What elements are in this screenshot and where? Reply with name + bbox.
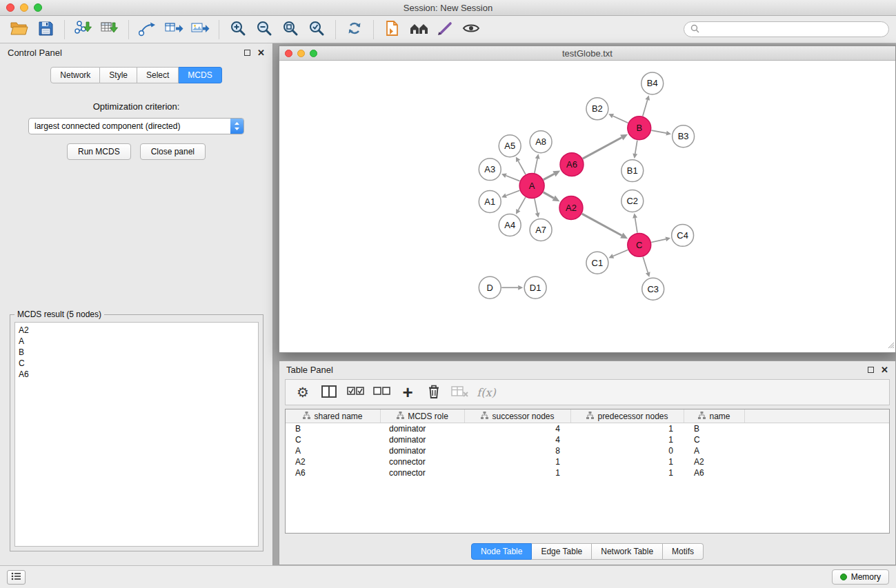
- float-table-panel-button[interactable]: [868, 367, 874, 373]
- graph-node-c2[interactable]: C2: [621, 190, 644, 212]
- column-header-successor-nodes[interactable]: successor nodes: [465, 409, 571, 423]
- graph-edge[interactable]: [583, 138, 622, 159]
- minimize-window-button[interactable]: [20, 3, 28, 12]
- zoom-fit-button[interactable]: [278, 19, 303, 41]
- graph-node-a3[interactable]: A3: [479, 159, 501, 181]
- memory-button[interactable]: Memory: [832, 569, 889, 585]
- search-input[interactable]: [703, 25, 882, 34]
- select-all-button[interactable]: [345, 382, 366, 403]
- column-header-shared-name[interactable]: shared name: [286, 409, 381, 423]
- show-columns-button[interactable]: [319, 382, 339, 403]
- table-row[interactable]: A6connector11A6: [286, 467, 889, 478]
- graph-edge[interactable]: [651, 239, 666, 243]
- export-image-button[interactable]: [188, 19, 212, 41]
- delete-table-button[interactable]: [450, 382, 470, 403]
- network-zoom-button[interactable]: [310, 50, 317, 57]
- graph-node-c1[interactable]: C1: [586, 252, 608, 274]
- network-from-table-button[interactable]: [161, 19, 186, 41]
- zoom-selected-button[interactable]: [304, 19, 329, 41]
- open-session-button[interactable]: [7, 19, 32, 41]
- tab-node-table[interactable]: Node Table: [471, 543, 532, 560]
- graph-edge[interactable]: [643, 100, 648, 116]
- graph-node-a[interactable]: A: [519, 174, 544, 199]
- network-window-titlebar[interactable]: testGlobe.txt: [279, 46, 895, 61]
- search-box[interactable]: [684, 21, 889, 37]
- graph-node-a6[interactable]: A6: [560, 153, 584, 176]
- optimization-criterion-dropdown[interactable]: largest connected component (directed): [28, 118, 244, 134]
- graph-node-b[interactable]: B: [628, 116, 651, 140]
- graph-edge[interactable]: [518, 161, 526, 174]
- graph-edge[interactable]: [635, 218, 637, 232]
- graph-edge[interactable]: [506, 176, 519, 181]
- annotation-pen-button[interactable]: [432, 19, 457, 41]
- graph-node-d1[interactable]: D1: [524, 276, 546, 298]
- result-item[interactable]: A6: [19, 369, 255, 380]
- result-item[interactable]: B: [19, 347, 255, 358]
- zoom-out-button[interactable]: [252, 19, 277, 41]
- mcds-result-list[interactable]: A2ABCA6: [14, 322, 259, 547]
- close-table-panel-icon[interactable]: ✕: [881, 365, 888, 374]
- network-minimize-button[interactable]: [297, 50, 305, 57]
- graph-node-c3[interactable]: C3: [642, 278, 664, 300]
- graph-edge[interactable]: [506, 190, 520, 195]
- import-table-button[interactable]: [97, 19, 122, 41]
- graph-edge[interactable]: [544, 174, 555, 179]
- graph-edge[interactable]: [651, 130, 666, 133]
- add-column-button[interactable]: +: [397, 382, 418, 403]
- zoom-window-button[interactable]: [34, 3, 42, 12]
- result-item[interactable]: C: [19, 358, 255, 369]
- column-header-predecessor-nodes[interactable]: predecessor nodes: [571, 409, 684, 423]
- table-row[interactable]: A2connector11A2: [286, 456, 889, 467]
- tab-style[interactable]: Style: [100, 67, 137, 83]
- result-item[interactable]: A: [19, 336, 255, 347]
- home-button[interactable]: [406, 19, 431, 41]
- table-row[interactable]: Adominator80A: [286, 445, 889, 456]
- graph-node-a5[interactable]: A5: [499, 135, 521, 157]
- tab-select[interactable]: Select: [137, 67, 179, 83]
- float-panel-button[interactable]: [244, 50, 250, 56]
- delete-column-button[interactable]: [424, 382, 444, 403]
- clone-network-button[interactable]: [135, 19, 160, 41]
- close-window-button[interactable]: [6, 3, 14, 12]
- table-row[interactable]: Bdominator41B: [286, 423, 889, 434]
- task-history-button[interactable]: [7, 570, 26, 585]
- table-row[interactable]: Cdominator41C: [286, 434, 889, 445]
- tab-edge-table[interactable]: Edge Table: [532, 543, 592, 560]
- table-settings-button[interactable]: ⚙: [292, 382, 313, 403]
- tab-network-table[interactable]: Network Table: [592, 543, 663, 560]
- graph-node-a2[interactable]: A2: [559, 196, 583, 220]
- tab-network[interactable]: Network: [50, 67, 100, 83]
- graph-node-b1[interactable]: B1: [621, 160, 644, 182]
- graph-node-b3[interactable]: B3: [673, 125, 695, 148]
- save-session-button[interactable]: [33, 19, 58, 41]
- tab-mcds[interactable]: MCDS: [179, 67, 221, 83]
- import-network-button[interactable]: [71, 19, 96, 41]
- function-builder-button[interactable]: f(x): [476, 382, 497, 403]
- close-panel-icon[interactable]: ✕: [257, 48, 265, 57]
- graph-node-a1[interactable]: A1: [479, 191, 501, 213]
- graph-node-a7[interactable]: A7: [530, 219, 552, 241]
- graph-edge[interactable]: [535, 199, 537, 213]
- graph-node-a4[interactable]: A4: [499, 214, 521, 236]
- graph-node-d[interactable]: D: [479, 276, 501, 298]
- graph-node-c4[interactable]: C4: [672, 224, 694, 246]
- graph-edge[interactable]: [535, 159, 537, 173]
- graph-edge[interactable]: [582, 214, 622, 235]
- graph-edge[interactable]: [613, 250, 628, 256]
- network-close-button[interactable]: [285, 50, 292, 57]
- unselect-all-button[interactable]: [371, 382, 392, 403]
- graph-node-b4[interactable]: B4: [641, 72, 664, 94]
- network-canvas[interactable]: B4B2BB3A5A8A6B1A3AC2A1A2A4A7C4CC1C3DD1: [279, 61, 895, 352]
- graph-edge[interactable]: [643, 257, 648, 273]
- resize-grip-icon[interactable]: [886, 339, 895, 352]
- graph-node-c[interactable]: C: [628, 233, 651, 256]
- zoom-in-button[interactable]: [226, 19, 250, 41]
- close-panel-button[interactable]: Close panel: [140, 143, 206, 160]
- graph-edge[interactable]: [544, 192, 554, 198]
- column-header-mcds-role[interactable]: MCDS role: [381, 409, 465, 423]
- run-mcds-button[interactable]: Run MCDS: [67, 143, 131, 160]
- tab-motifs[interactable]: Motifs: [663, 543, 704, 560]
- graph-edge[interactable]: [613, 116, 628, 123]
- graph-edge[interactable]: [635, 140, 637, 154]
- show-hide-details-button[interactable]: [459, 19, 484, 41]
